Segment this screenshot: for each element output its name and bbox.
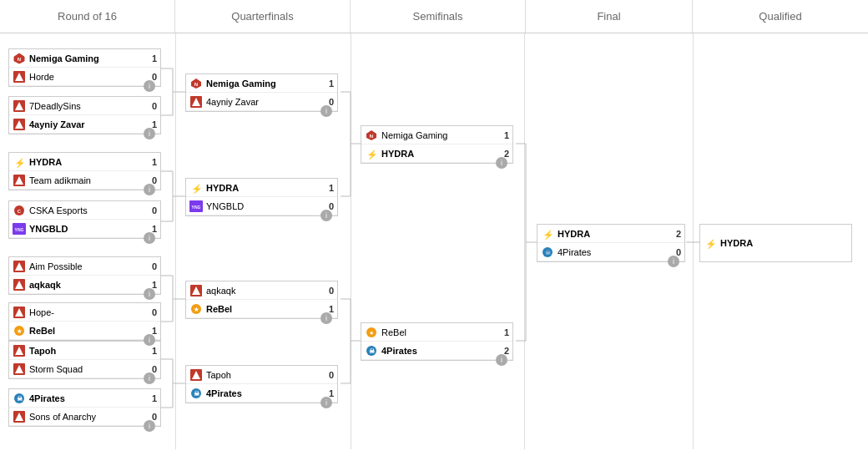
info-qf-1[interactable]: i [320, 105, 332, 117]
rebel-qf-icon: ★ [189, 302, 203, 316]
tapoh-qf-icon [189, 368, 203, 382]
info-r16-8[interactable]: i [144, 420, 155, 432]
header-f: Final [526, 0, 693, 33]
header-qf: Quarterfinals [175, 0, 351, 33]
team-r16-7-1-score: 1 [145, 346, 157, 356]
hydra-q-icon: ⚡ [704, 236, 717, 250]
team-r16-5-2: aqkaqk 1 [9, 276, 160, 294]
team-qf-4-1-score: 0 [322, 370, 334, 380]
info-sf-2[interactable]: i [496, 354, 507, 366]
team-r16-6-1-score: 0 [145, 307, 157, 317]
svg-text:⚡: ⚡ [705, 238, 716, 249]
info-qf-2[interactable]: i [320, 210, 332, 221]
header-q: Qualified [693, 0, 868, 33]
match-r16-4: C CSKA Esports 0 YNG YNGBLD 1 i [8, 200, 161, 239]
info-sf-1[interactable]: i [496, 157, 507, 169]
rebel-sf-icon: ★ [365, 326, 378, 339]
team-r16-6-1-name: Hope- [29, 307, 145, 317]
match-qf-4: Tapoh 0 ☠ 4Pirates 1 i [185, 365, 338, 403]
rebel-r16-icon: ★ [13, 324, 26, 337]
team-f-2-name: 4Pirates [558, 247, 669, 257]
team-r16-3-1: ⚡ HYDRA 1 [9, 153, 160, 171]
info-r16-4[interactable]: i [144, 232, 155, 244]
team-qf-3-1-name: aqkaqk [206, 286, 322, 296]
svg-text:★: ★ [369, 330, 374, 336]
info-r16-2[interactable]: i [144, 128, 155, 139]
team-sf-2-1-score: 1 [497, 327, 509, 337]
match-r16-7: Tapoh 1 Storm Squad 0 i [8, 341, 161, 379]
match-r16-3: ⚡ HYDRA 1 Team adikmain 0 i [8, 152, 161, 190]
team-r16-5-1-score: 0 [145, 261, 157, 271]
team-r16-3-1-score: 1 [145, 157, 157, 167]
stormsquad-icon [13, 362, 26, 376]
team-qf-4-1-name: Tapoh [206, 370, 322, 380]
svg-text:N: N [370, 134, 373, 139]
team-f-2: ☠ 4Pirates 0 [537, 243, 684, 261]
team-qf-3-2-name: ReBel [206, 304, 322, 314]
aim-icon [13, 260, 26, 273]
bracket-container: Round of 16 Quarterfinals Semifinals Fin… [0, 0, 868, 451]
info-r16-6[interactable]: i [144, 334, 155, 346]
team-qf-3-1: aqkaqk 0 [186, 281, 337, 300]
svg-text:N: N [194, 82, 198, 87]
team-r16-4-1-name: CSKA Esports [29, 205, 145, 215]
match-sf-1: N Nemiga Gaming 1 ⚡ HYDRA 2 i [361, 125, 513, 164]
svg-text:⚡: ⚡ [366, 149, 377, 160]
svg-text:⚡: ⚡ [14, 157, 25, 168]
info-r16-5[interactable]: i [144, 288, 155, 300]
team-r16-5-1-name: Aim Possible [29, 261, 145, 271]
team-r16-6-2-name: ReBel [29, 326, 145, 336]
svg-text:★: ★ [194, 307, 199, 312]
info-r16-7[interactable]: i [144, 372, 155, 384]
team-r16-4-2: YNG YNGBLD 1 [9, 220, 160, 238]
nemiga-qf-icon: N [189, 77, 203, 90]
header-r16: Round of 16 [0, 0, 175, 33]
team-r16-7-2: Storm Squad 0 [9, 360, 160, 378]
team-r16-1-2: Horde 0 [9, 68, 160, 86]
team-sf-2-1-name: ReBel [381, 327, 497, 337]
team-sf-2-1: ★ ReBel 1 [361, 323, 512, 342]
svg-text:YNG: YNG [192, 205, 201, 210]
team-r16-3-2-name: Team adikmain [29, 175, 145, 185]
hydra-r16-icon: ⚡ [13, 155, 26, 169]
match-qualified: ⚡ HYDRA [699, 224, 852, 262]
team-r16-8-2: Sons of Anarchy 0 [9, 408, 160, 426]
match-r16-5: Aim Possible 0 aqkaqk 1 i [8, 256, 161, 295]
team-sf-1-1-score: 1 [497, 130, 509, 140]
team-qf-1-1-name: Nemiga Gaming [206, 79, 322, 89]
team-r16-2-1-score: 0 [145, 101, 157, 111]
info-r16-1[interactable]: i [144, 80, 155, 92]
team-r16-6-1: Hope- 0 [9, 303, 160, 322]
divider-4 [693, 33, 694, 449]
adikmain-icon [13, 174, 26, 187]
yngbld-r16-icon: YNG [13, 222, 26, 236]
match-r16-2: 7DeadlySins 0 4ayniy Zavar 1 i [8, 96, 161, 134]
info-final[interactable]: i [668, 256, 679, 267]
team-sf-2-2-name: 4Pirates [381, 346, 497, 356]
team-qf-4-2: ☠ 4Pirates 1 [186, 384, 337, 403]
hydra-f-icon: ⚡ [541, 227, 554, 241]
svg-text:⚡: ⚡ [542, 229, 553, 240]
team-r16-1-1-name: Nemiga Gaming [29, 53, 145, 63]
aqkaqk-qf-icon [189, 284, 203, 297]
team-sf-1-1-name: Nemiga Gaming [381, 130, 497, 140]
team-f-1: ⚡ HYDRA 2 [537, 225, 684, 243]
match-r16-8: ☠ 4Pirates 1 Sons of Anarchy 0 i [8, 388, 161, 427]
aqkaqk-r16-icon [13, 278, 26, 291]
team-qf-1-1: N Nemiga Gaming 1 [186, 74, 337, 93]
match-r16-1: N Nemiga Gaming 1 Horde 0 i [8, 48, 161, 87]
info-qf-4[interactable]: i [320, 397, 332, 408]
info-qf-3[interactable]: i [320, 312, 332, 324]
team-r16-2-1: 7DeadlySins 0 [9, 97, 160, 115]
svg-text:⚡: ⚡ [191, 183, 202, 194]
info-r16-3[interactable]: i [144, 184, 155, 195]
team-qf-2-2-name: YNGBLD [206, 201, 322, 211]
match-sf-2: ★ ReBel 1 ☠ 4Pirates 2 i [361, 322, 513, 361]
team-f-1-score: 2 [669, 229, 681, 239]
team-qf-1-1-score: 1 [322, 79, 334, 89]
match-qf-1: N Nemiga Gaming 1 4ayniy Zavar 0 i [185, 73, 338, 112]
hope-icon [13, 306, 26, 319]
svg-text:N: N [18, 57, 21, 62]
team-qf-2-1-score: 1 [322, 183, 334, 193]
team-r16-4-2-name: YNGBLD [29, 224, 145, 234]
